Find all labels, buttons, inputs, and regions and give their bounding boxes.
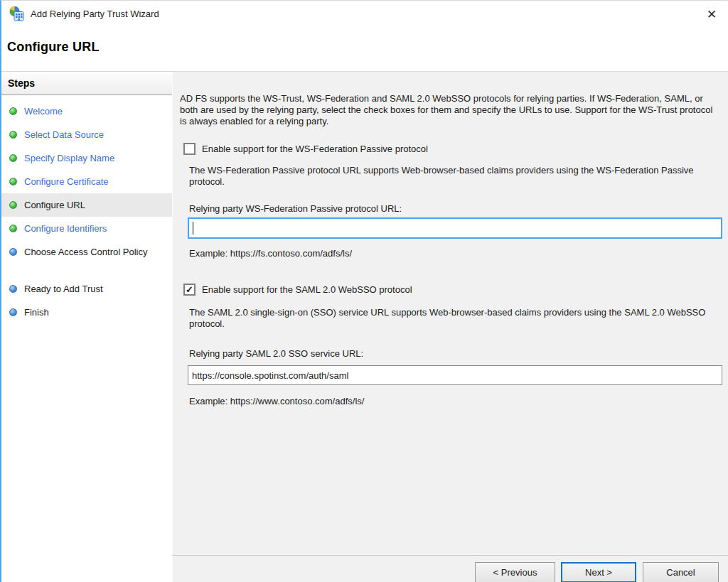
saml-example-text: Example: https://www.contoso.com/adfs/ls…: [189, 396, 364, 407]
wsfed-example-text: Example: https://fs.contoso.com/adfs/ls/: [189, 248, 352, 259]
wsfed-checkbox-label[interactable]: Enable support for the WS-Federation Pas…: [202, 144, 428, 154]
step-status-dot-icon: [9, 248, 17, 256]
step-status-dot-icon: [9, 308, 17, 316]
steps-header: Steps: [1, 72, 172, 95]
step-status-dot-icon: [9, 285, 17, 293]
sidebar-item-finish[interactable]: Finish: [1, 301, 172, 324]
wsfed-url-input[interactable]: [188, 217, 722, 239]
saml-url-input-field[interactable]: [188, 366, 722, 384]
saml-url-input[interactable]: [188, 365, 722, 385]
wsfed-checkbox-row: Enable support for the WS-Federation Pas…: [183, 143, 428, 155]
sidebar-item-configure-identifiers[interactable]: Configure Identifiers: [1, 217, 172, 240]
content-pane: AD FS supports the WS-Trust, WS-Federati…: [172, 72, 728, 582]
close-icon[interactable]: ✕: [701, 5, 722, 23]
cancel-button[interactable]: Cancel: [643, 562, 719, 582]
steps-sidebar: Steps Welcome Select Data Source Specify…: [1, 72, 172, 582]
wsfed-checkbox[interactable]: [183, 143, 196, 155]
footer-divider: [172, 555, 728, 556]
step-status-dot-icon: [9, 201, 17, 209]
wsfed-description: The WS-Federation Passive protocol URL s…: [189, 165, 705, 188]
sidebar-item-configure-certificate[interactable]: Configure Certificate: [1, 170, 172, 193]
step-status-dot-icon: [9, 178, 17, 185]
next-button[interactable]: Next >: [561, 562, 636, 582]
step-status-dot-icon: [9, 131, 17, 139]
previous-button[interactable]: < Previous: [475, 562, 555, 582]
saml-checkbox[interactable]: ✓: [183, 284, 196, 296]
steps-list: Welcome Select Data Source Specify Displ…: [1, 95, 172, 324]
sidebar-item-welcome[interactable]: Welcome: [1, 99, 172, 123]
step-status-dot-icon: [9, 107, 17, 115]
step-status-dot-icon: [9, 154, 17, 162]
sidebar-item-specify-display-name[interactable]: Specify Display Name: [1, 146, 172, 170]
sidebar-item-choose-access-control-policy[interactable]: Choose Access Control Policy: [1, 240, 172, 277]
saml-checkbox-label[interactable]: Enable support for the SAML 2.0 WebSSO p…: [202, 284, 412, 295]
saml-url-label: Relying party SAML 2.0 SSO service URL:: [189, 348, 363, 360]
window-title: Add Relying Party Trust Wizard: [31, 9, 159, 19]
title-bar: Add Relying Party Trust Wizard: [1, 1, 728, 26]
intro-text: AD FS supports the WS-Trust, WS-Federati…: [180, 93, 714, 127]
wsfed-url-label: Relying party WS-Federation Passive prot…: [189, 203, 402, 215]
page-title: Configure URL: [7, 40, 100, 55]
step-status-dot-icon: [9, 225, 17, 232]
wsfed-url-input-field[interactable]: [189, 219, 721, 237]
saml-description: The SAML 2.0 single-sign-on (SSO) servic…: [189, 307, 712, 330]
saml-checkbox-row: ✓ Enable support for the SAML 2.0 WebSSO…: [183, 284, 412, 296]
adfs-wizard-icon: [9, 6, 24, 21]
sidebar-item-select-data-source[interactable]: Select Data Source: [1, 123, 172, 146]
sidebar-item-ready-to-add-trust[interactable]: Ready to Add Trust: [1, 277, 172, 301]
wizard-window: Add Relying Party Trust Wizard ✕ Configu…: [0, 0, 728, 582]
sidebar-item-configure-url[interactable]: Configure URL: [1, 193, 172, 217]
